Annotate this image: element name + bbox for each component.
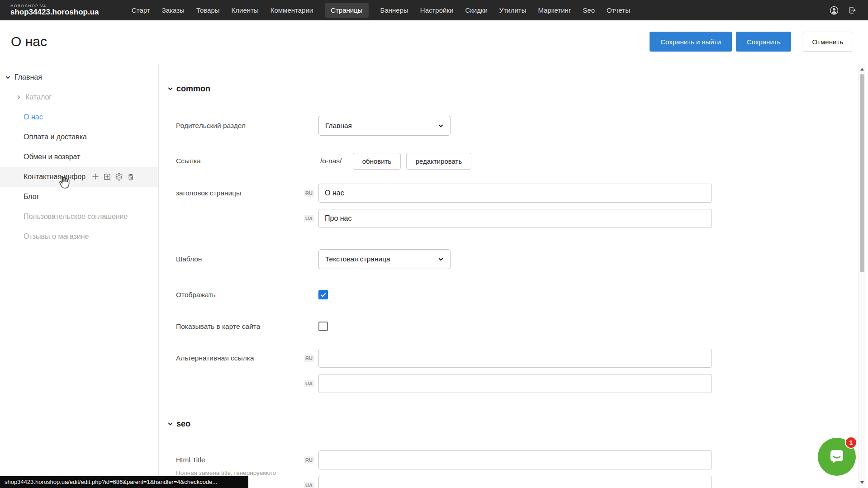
html-title-ua-input[interactable] <box>318 476 712 488</box>
section-common[interactable]: common <box>167 84 210 94</box>
sidebar-item-polzovatelskoe-soglashenie[interactable]: Пользовательское соглашение <box>0 207 158 227</box>
chevron-down-icon <box>438 256 444 262</box>
lang-tag-ru: RU <box>304 355 314 362</box>
page-edit-form: common Родительский раздел Главная Ссылк… <box>159 64 859 488</box>
sitemap-label: Показывать в карте сайта <box>176 322 260 331</box>
settings-icon[interactable] <box>114 173 123 181</box>
nav-utilities[interactable]: Утилиты <box>499 3 526 18</box>
sidebar-item-obmen-i-vozvrat[interactable]: Обмен и возврат <box>0 147 158 167</box>
section-seo[interactable]: seo <box>167 419 190 429</box>
nav-comments[interactable]: Комментарии <box>270 3 313 18</box>
save-exit-button[interactable]: Сохранить и выйти <box>650 32 732 52</box>
lang-tag-ua: UA <box>304 482 314 488</box>
nav-reports[interactable]: Отчеты <box>607 3 630 18</box>
vertical-scrollbar[interactable] <box>859 64 865 488</box>
nav-start[interactable]: Старт <box>132 3 150 18</box>
sidebar-item-o-nas[interactable]: О нас <box>0 107 158 127</box>
chat-unread-badge: 1 <box>845 436 857 449</box>
chevron-down-icon <box>167 421 173 427</box>
display-label: Отображать <box>176 290 216 299</box>
html-title-hint: Полная замена title, генерируемого <box>176 469 276 476</box>
topbar: HOROSHOP V4 shop34423.horoshop.ua Старт … <box>0 0 868 20</box>
chevron-down-icon <box>167 86 173 92</box>
parent-section-label: Родительский раздел <box>176 116 246 136</box>
page-title-label: заголовок страницы <box>176 184 241 203</box>
alt-link-ua-input[interactable] <box>318 374 712 393</box>
nav-discounts[interactable]: Скидки <box>465 3 487 18</box>
account-icon[interactable] <box>829 5 839 15</box>
parent-section-select[interactable]: Главная <box>318 116 451 136</box>
checkmark-icon <box>320 292 327 298</box>
brand[interactable]: HOROSHOP V4 shop34423.horoshop.ua <box>10 4 106 16</box>
delete-icon[interactable] <box>126 173 135 181</box>
lang-tag-ua: UA <box>304 380 314 387</box>
lang-tag-ru: RU <box>304 190 314 197</box>
chevron-right-icon[interactable] <box>15 94 22 101</box>
nav-seo[interactable]: Seo <box>583 3 595 18</box>
add-page-icon[interactable] <box>103 173 111 181</box>
html-title-ru-input[interactable] <box>318 450 712 469</box>
sidebar-item-oplata-i-dostavka[interactable]: Оплата и доставка <box>0 127 158 147</box>
lang-tag-ua: UA <box>304 215 314 222</box>
template-label: Шаблон <box>176 249 202 269</box>
sidebar-item-katalog[interactable]: Каталог <box>0 87 158 107</box>
move-icon[interactable] <box>91 173 100 181</box>
pages-tree-sidebar: Главная Каталог О нас Оплата и доставка … <box>0 64 159 488</box>
nav-products[interactable]: Товары <box>196 3 220 18</box>
refresh-link-button[interactable]: обновить <box>353 153 401 170</box>
nav-marketing[interactable]: Маркетинг <box>538 3 571 18</box>
chat-widget-button[interactable]: 1 <box>818 438 856 476</box>
scrollbar-thumb[interactable] <box>860 74 864 272</box>
main-menu: Старт Заказы Товары Клиенты Комментарии … <box>132 3 630 18</box>
scroll-up-icon[interactable] <box>860 68 864 71</box>
nav-orders[interactable]: Заказы <box>162 3 185 18</box>
lang-tag-ru: RU <box>304 456 314 464</box>
sidebar-item-blog[interactable]: Блог <box>0 187 158 207</box>
chat-icon <box>827 447 846 466</box>
save-button[interactable]: Сохранить <box>736 32 792 52</box>
html-title-label: Html Title <box>176 450 205 469</box>
sitemap-checkbox[interactable] <box>318 322 328 331</box>
link-value: /o-nas/ <box>320 153 342 169</box>
brand-domain: shop34423.horoshop.ua <box>10 8 106 16</box>
page-title-ua-input[interactable] <box>318 209 712 228</box>
template-select[interactable]: Текстовая страница <box>318 249 451 269</box>
link-preview-statusbar: shop34423.horoshop.ua/edit/edit.php?id=6… <box>0 476 248 488</box>
horoshop-admin: HOROSHOP V4 shop34423.horoshop.ua Старт … <box>0 0 868 488</box>
sidebar-item-glavnaya[interactable]: Главная <box>0 67 158 87</box>
nav-clients[interactable]: Клиенты <box>232 3 259 18</box>
alt-link-label: Альтернативная ссылка <box>176 349 254 368</box>
nav-pages[interactable]: Страницы <box>325 3 368 18</box>
chevron-down-icon <box>438 123 444 129</box>
sidebar-item-kontaktnaya-informatsiya[interactable]: Контактная инфор <box>0 167 158 187</box>
sidebar-item-otzyvy-o-magazine[interactable]: Отзывы о магазине <box>0 227 158 246</box>
chevron-down-icon[interactable] <box>5 74 11 81</box>
page-title-ru-input[interactable] <box>318 184 712 203</box>
alt-link-ru-input[interactable] <box>318 349 712 368</box>
nav-settings[interactable]: Настройки <box>420 3 454 18</box>
scroll-down-icon[interactable] <box>860 481 864 484</box>
link-label: Ссылка <box>176 153 201 169</box>
page-header: О нас Сохранить и выйти Сохранить Отмени… <box>0 20 868 63</box>
cancel-button[interactable]: Отменить <box>803 32 852 52</box>
page-title: О нас <box>11 34 47 49</box>
logout-icon[interactable] <box>847 5 857 15</box>
display-checkbox[interactable] <box>318 290 328 299</box>
edit-link-button[interactable]: редактировать <box>406 153 471 170</box>
nav-banners[interactable]: Баннеры <box>380 3 408 18</box>
